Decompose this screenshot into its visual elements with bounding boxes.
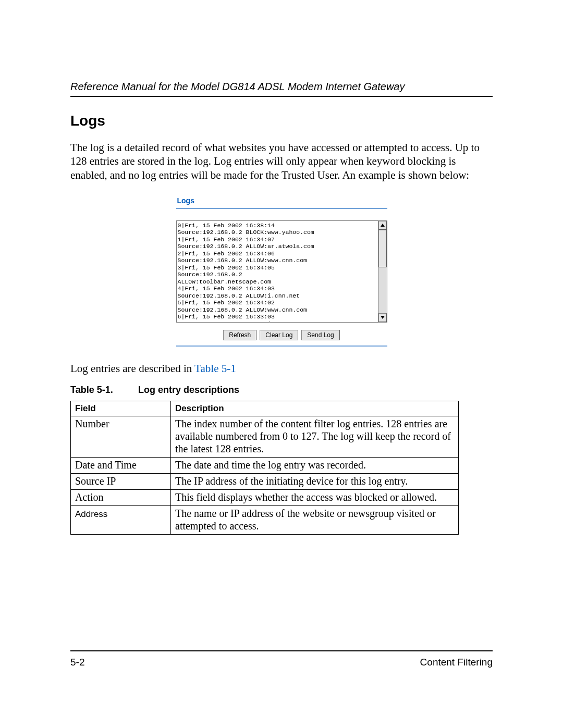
table-header-field: Field: [71, 401, 171, 416]
table-cell-field: Action: [71, 489, 171, 505]
log-figure: Logs 0|Fri, 15 Feb 2002 16:38:14 Source:…: [176, 194, 387, 347]
scroll-track[interactable]: [378, 230, 387, 313]
table-cell-field: Source IP: [71, 473, 171, 489]
log-entry-descriptions-table: Field Description NumberThe index number…: [70, 401, 459, 535]
chevron-down-icon: [381, 316, 385, 319]
svg-marker-0: [381, 224, 385, 227]
chevron-up-icon: [381, 224, 385, 227]
running-header: Reference Manual for the Model DG814 ADS…: [70, 81, 493, 97]
log-scrollbar[interactable]: [378, 220, 387, 323]
table-cell-description: The date and time the log entry was reco…: [171, 457, 459, 473]
table-cell-field: Address: [71, 505, 171, 534]
log-textarea[interactable]: 0|Fri, 15 Feb 2002 16:38:14 Source:192.1…: [176, 220, 378, 323]
described-in-paragraph: Log entries are described in Table 5-1: [70, 362, 493, 375]
table-header-description: Description: [171, 401, 459, 416]
intro-paragraph: The log is a detailed record of what web…: [70, 141, 493, 182]
send-log-button[interactable]: Send Log: [301, 330, 339, 340]
page-footer: 5-2 Content Filtering: [70, 650, 493, 668]
section-title: Logs: [70, 113, 493, 129]
table-cell-field: Number: [71, 416, 171, 457]
table-caption-number: Table 5-1.: [70, 385, 136, 396]
table-cell-field: Date and Time: [71, 457, 171, 473]
footer-section-name: Content Filtering: [420, 657, 493, 668]
scroll-thumb[interactable]: [378, 230, 387, 267]
table-cell-description: The IP address of the initiating device …: [171, 473, 459, 489]
footer-page-number: 5-2: [70, 657, 84, 668]
table-row: AddressThe name or IP address of the web…: [71, 505, 459, 534]
table-cell-description: This field displays whether the access w…: [171, 489, 459, 505]
table-row: Date and TimeThe date and time the log e…: [71, 457, 459, 473]
table-row: NumberThe index number of the content fi…: [71, 416, 459, 457]
svg-marker-1: [381, 316, 385, 319]
table-caption: Table 5-1. Log entry descriptions: [70, 385, 493, 396]
scroll-up-button[interactable]: [378, 221, 387, 230]
table-row: Source IPThe IP address of the initiatin…: [71, 473, 459, 489]
clear-log-button[interactable]: Clear Log: [260, 330, 298, 340]
refresh-button[interactable]: Refresh: [223, 330, 256, 340]
table-cell-description: The name or IP address of the website or…: [171, 505, 459, 534]
table-caption-title: Log entry descriptions: [138, 385, 239, 395]
scroll-down-button[interactable]: [378, 313, 387, 322]
table-row: ActionThis field displays whether the ac…: [71, 489, 459, 505]
table-reference-link[interactable]: Table 5-1: [194, 362, 236, 375]
described-in-prefix: Log entries are described in: [70, 362, 194, 375]
log-panel-title: Logs: [176, 194, 387, 209]
table-cell-description: The index number of the content filter l…: [171, 416, 459, 457]
